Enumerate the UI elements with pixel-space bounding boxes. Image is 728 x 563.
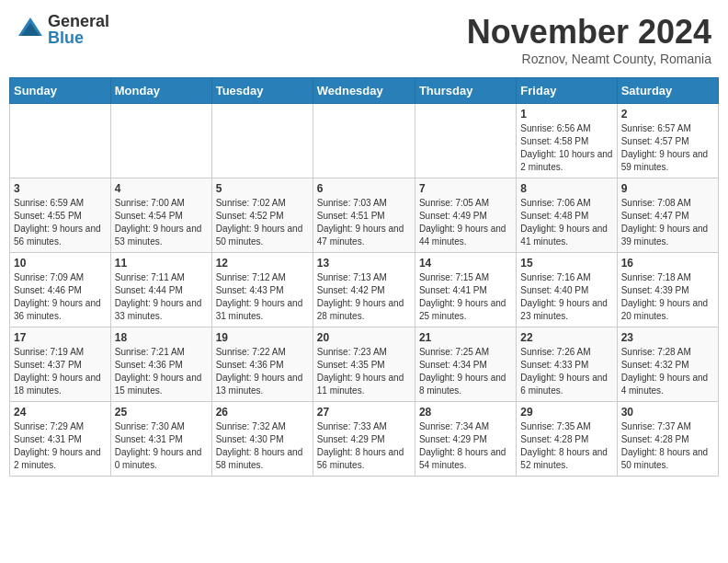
logo-general: General [48,13,109,29]
day-number: 27 [317,406,411,419]
calendar-cell: 11Sunrise: 7:11 AM Sunset: 4:44 PM Dayli… [110,253,211,327]
day-number: 20 [317,331,411,344]
day-number: 24 [14,406,107,419]
week-row-5: 24Sunrise: 7:29 AM Sunset: 4:31 PM Dayli… [10,402,719,477]
day-number: 1 [520,108,612,121]
day-number: 9 [621,182,714,195]
calendar-table: Sunday Monday Tuesday Wednesday Thursday… [9,77,719,477]
day-info: Sunrise: 6:59 AM Sunset: 4:55 PM Dayligh… [14,197,107,248]
header-sunday: Sunday [10,78,111,104]
day-number: 25 [115,406,208,419]
calendar-cell: 26Sunrise: 7:32 AM Sunset: 4:30 PM Dayli… [211,402,313,477]
calendar-cell: 4Sunrise: 7:00 AM Sunset: 4:54 PM Daylig… [110,178,211,253]
day-number: 7 [419,182,512,195]
calendar-cell [211,104,313,178]
day-info: Sunrise: 7:30 AM Sunset: 4:31 PM Dayligh… [115,420,208,472]
calendar-cell: 2Sunrise: 6:57 AM Sunset: 4:57 PM Daylig… [617,104,718,178]
calendar-cell: 15Sunrise: 7:16 AM Sunset: 4:40 PM Dayli… [517,253,617,327]
calendar-cell: 10Sunrise: 7:09 AM Sunset: 4:46 PM Dayli… [10,253,111,327]
day-info: Sunrise: 7:15 AM Sunset: 4:41 PM Dayligh… [419,271,512,323]
calendar-cell: 22Sunrise: 7:26 AM Sunset: 4:33 PM Dayli… [517,327,617,402]
day-number: 16 [621,257,714,270]
week-row-3: 10Sunrise: 7:09 AM Sunset: 4:46 PM Dayli… [10,253,719,327]
header-row: Sunday Monday Tuesday Wednesday Thursday… [10,78,719,104]
day-number: 21 [419,331,512,344]
calendar-cell: 9Sunrise: 7:08 AM Sunset: 4:47 PM Daylig… [617,178,718,253]
day-number: 3 [14,182,107,195]
month-title: November 2024 [467,13,711,52]
calendar-cell: 8Sunrise: 7:06 AM Sunset: 4:48 PM Daylig… [517,178,617,253]
day-info: Sunrise: 7:08 AM Sunset: 4:47 PM Dayligh… [621,197,714,248]
day-number: 13 [317,257,411,270]
day-number: 8 [520,182,612,195]
header-monday: Monday [110,78,211,104]
day-info: Sunrise: 7:16 AM Sunset: 4:40 PM Dayligh… [520,271,612,323]
header-saturday: Saturday [617,78,718,104]
calendar-cell [313,104,415,178]
logo-text: General Blue [48,13,109,46]
day-info: Sunrise: 7:33 AM Sunset: 4:29 PM Dayligh… [317,420,411,472]
calendar-cell: 30Sunrise: 7:37 AM Sunset: 4:28 PM Dayli… [617,402,718,477]
day-info: Sunrise: 7:06 AM Sunset: 4:48 PM Dayligh… [520,197,612,248]
calendar-cell: 27Sunrise: 7:33 AM Sunset: 4:29 PM Dayli… [313,402,415,477]
day-number: 18 [115,331,208,344]
day-info: Sunrise: 7:29 AM Sunset: 4:31 PM Dayligh… [14,420,107,472]
logo-blue: Blue [48,29,109,46]
day-info: Sunrise: 7:22 AM Sunset: 4:36 PM Dayligh… [216,346,309,397]
page-header: General Blue November 2024 Roznov, Neamt… [9,9,719,70]
day-number: 23 [621,331,714,344]
calendar-cell [110,104,211,178]
calendar-cell: 13Sunrise: 7:13 AM Sunset: 4:42 PM Dayli… [313,253,415,327]
day-number: 22 [520,331,612,344]
day-info: Sunrise: 7:28 AM Sunset: 4:32 PM Dayligh… [621,346,714,397]
day-info: Sunrise: 7:02 AM Sunset: 4:52 PM Dayligh… [216,197,309,248]
calendar-cell: 12Sunrise: 7:12 AM Sunset: 4:43 PM Dayli… [211,253,313,327]
calendar-cell [10,104,111,178]
day-info: Sunrise: 7:37 AM Sunset: 4:28 PM Dayligh… [621,420,714,472]
calendar-cell [415,104,516,178]
day-info: Sunrise: 6:57 AM Sunset: 4:57 PM Dayligh… [621,122,714,174]
day-number: 15 [520,257,612,270]
day-number: 12 [216,257,309,270]
day-info: Sunrise: 7:25 AM Sunset: 4:34 PM Dayligh… [419,346,512,397]
day-info: Sunrise: 7:11 AM Sunset: 4:44 PM Dayligh… [115,271,208,323]
logo: General Blue [17,13,109,46]
calendar-cell: 23Sunrise: 7:28 AM Sunset: 4:32 PM Dayli… [617,327,718,402]
calendar-cell: 25Sunrise: 7:30 AM Sunset: 4:31 PM Dayli… [110,402,211,477]
day-info: Sunrise: 7:34 AM Sunset: 4:29 PM Dayligh… [419,420,512,472]
day-info: Sunrise: 6:56 AM Sunset: 4:58 PM Dayligh… [520,122,612,174]
calendar-cell: 28Sunrise: 7:34 AM Sunset: 4:29 PM Dayli… [415,402,516,477]
header-friday: Friday [517,78,617,104]
day-info: Sunrise: 7:35 AM Sunset: 4:28 PM Dayligh… [520,420,612,472]
logo-icon [17,16,44,43]
day-info: Sunrise: 7:18 AM Sunset: 4:39 PM Dayligh… [621,271,714,323]
day-info: Sunrise: 7:13 AM Sunset: 4:42 PM Dayligh… [317,271,411,323]
calendar-cell: 7Sunrise: 7:05 AM Sunset: 4:49 PM Daylig… [415,178,516,253]
day-info: Sunrise: 7:09 AM Sunset: 4:46 PM Dayligh… [14,271,107,323]
header-wednesday: Wednesday [313,78,415,104]
day-info: Sunrise: 7:21 AM Sunset: 4:36 PM Dayligh… [115,346,208,397]
calendar-cell: 3Sunrise: 6:59 AM Sunset: 4:55 PM Daylig… [10,178,111,253]
day-number: 19 [216,331,309,344]
calendar-cell: 24Sunrise: 7:29 AM Sunset: 4:31 PM Dayli… [10,402,111,477]
day-number: 26 [216,406,309,419]
day-number: 4 [115,182,208,195]
calendar-body: 1Sunrise: 6:56 AM Sunset: 4:58 PM Daylig… [10,104,719,477]
calendar-cell: 18Sunrise: 7:21 AM Sunset: 4:36 PM Dayli… [110,327,211,402]
calendar-cell: 1Sunrise: 6:56 AM Sunset: 4:58 PM Daylig… [517,104,617,178]
calendar-cell: 17Sunrise: 7:19 AM Sunset: 4:37 PM Dayli… [10,327,111,402]
calendar-cell: 16Sunrise: 7:18 AM Sunset: 4:39 PM Dayli… [617,253,718,327]
week-row-2: 3Sunrise: 6:59 AM Sunset: 4:55 PM Daylig… [10,178,719,253]
calendar-cell: 14Sunrise: 7:15 AM Sunset: 4:41 PM Dayli… [415,253,516,327]
day-info: Sunrise: 7:03 AM Sunset: 4:51 PM Dayligh… [317,197,411,248]
day-number: 6 [317,182,411,195]
calendar-header: Sunday Monday Tuesday Wednesday Thursday… [10,78,719,104]
day-number: 5 [216,182,309,195]
day-info: Sunrise: 7:12 AM Sunset: 4:43 PM Dayligh… [216,271,309,323]
day-info: Sunrise: 7:00 AM Sunset: 4:54 PM Dayligh… [115,197,208,248]
day-number: 2 [621,108,714,121]
day-number: 29 [520,406,612,419]
calendar-cell: 29Sunrise: 7:35 AM Sunset: 4:28 PM Dayli… [517,402,617,477]
day-number: 11 [115,257,208,270]
week-row-1: 1Sunrise: 6:56 AM Sunset: 4:58 PM Daylig… [10,104,719,178]
